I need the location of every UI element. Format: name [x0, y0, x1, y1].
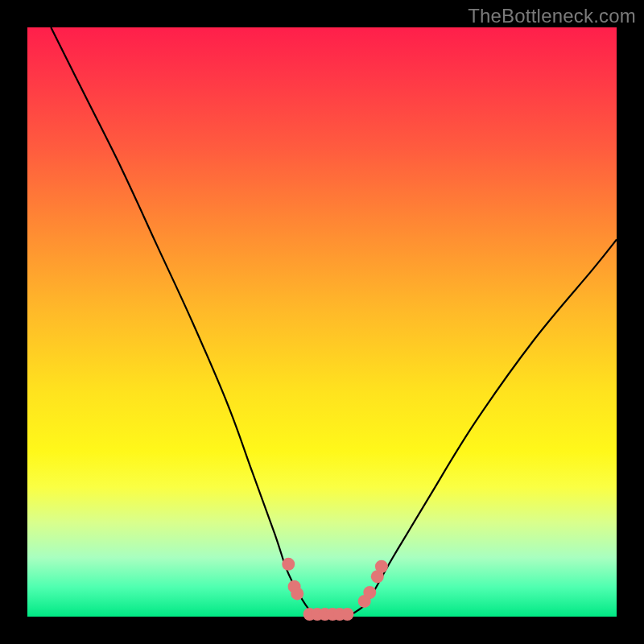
curve-path: [51, 27, 617, 617]
chart-svg: [27, 27, 617, 617]
marker-dot: [282, 558, 295, 571]
marker-dot: [291, 587, 303, 600]
plot-area: [27, 27, 617, 617]
marker-dot: [363, 586, 376, 599]
marker-group: [282, 558, 388, 621]
chart-frame: TheBottleneck.com: [0, 0, 644, 644]
marker-dot: [341, 608, 353, 621]
watermark-text: TheBottleneck.com: [468, 5, 636, 27]
marker-dot: [375, 560, 388, 573]
